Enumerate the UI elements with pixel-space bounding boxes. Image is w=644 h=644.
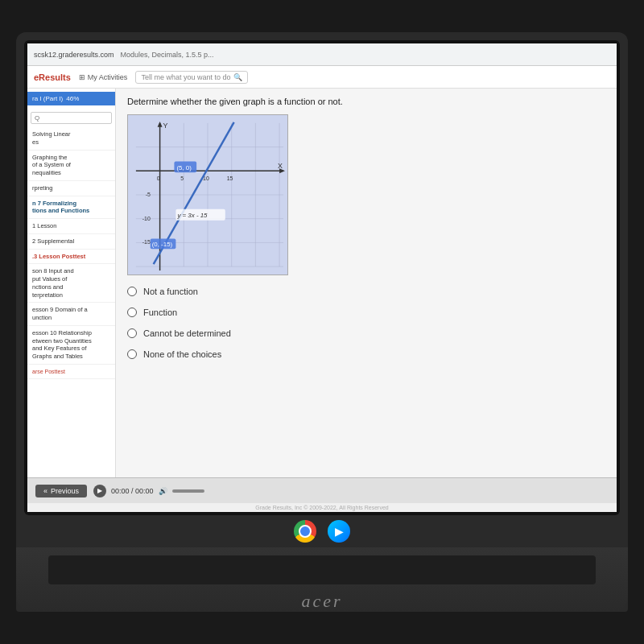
svg-text:0: 0 <box>157 175 160 181</box>
sidebar-item-9[interactable]: esson 10 Relationship etween two Quantit… <box>27 326 115 365</box>
svg-text:-15: -15 <box>142 239 151 245</box>
time-display: 00:00 / 00:00 <box>111 487 154 495</box>
copyright-bar: Grade Results, Inc © 2009-2022, All Righ… <box>27 503 617 512</box>
chrome-icon[interactable] <box>294 520 316 543</box>
sidebar-item-4[interactable]: 1 Lesson <box>27 219 115 234</box>
svg-text:(5, 0): (5, 0) <box>176 164 192 171</box>
svg-text:X: X <box>278 162 283 170</box>
screen: scsk12.graderesults.com Modules, Decimal… <box>27 43 617 512</box>
radio-a[interactable] <box>127 287 137 296</box>
browser-bar: scsk12.graderesults.com Modules, Decimal… <box>27 43 617 66</box>
sidebar: ra I (Part I) 46% Solving Linear es Grap… <box>27 89 116 477</box>
media-controls: ▶ 00:00 / 00:00 🔊 <box>93 485 204 497</box>
search-icon: 🔍 <box>233 73 242 81</box>
svg-text:15: 15 <box>227 175 233 181</box>
progress-label: ra I (Part I) <box>32 95 63 102</box>
choice-b[interactable]: Function <box>127 308 605 317</box>
svg-text:5: 5 <box>180 175 184 181</box>
choice-a[interactable]: Not a function <box>127 287 605 296</box>
radio-b[interactable] <box>127 308 137 317</box>
chevron-left-icon: « <box>43 487 47 495</box>
search-input[interactable] <box>31 112 112 124</box>
radio-c[interactable] <box>127 328 137 338</box>
graph-container: Y X 0 5 10 15 -5 -10 -15 <box>127 114 288 275</box>
sidebar-item-10[interactable]: arse Posttest <box>27 365 115 379</box>
keyboard <box>48 555 596 584</box>
question-title: Determine whether the given graph is a f… <box>127 97 605 106</box>
taskbar: ▶ <box>16 515 628 547</box>
svg-text:-5: -5 <box>146 192 151 197</box>
sidebar-item-0[interactable]: Solving Linear es <box>27 127 115 151</box>
svg-text:y = 3x - 15: y = 3x - 15 <box>176 212 208 219</box>
progress-value: 46% <box>66 95 79 102</box>
choice-a-label: Not a function <box>143 287 198 296</box>
sidebar-item-8[interactable]: esson 9 Domain of a unction <box>27 303 115 326</box>
sidebar-search[interactable] <box>27 105 115 127</box>
play-button[interactable]: ▶ <box>93 485 106 497</box>
svg-text:-10: -10 <box>142 216 151 221</box>
choice-d-label: None of the choices <box>143 349 221 359</box>
grid-icon: ⊞ <box>79 73 85 81</box>
bottom-bar: « Previous ▶ 00:00 / 00:00 🔊 <box>27 477 617 503</box>
tell-me-input[interactable]: Tell me what you want to do 🔍 <box>135 71 248 84</box>
sidebar-item-1[interactable]: Graphing the of a System of nequalities <box>27 151 115 181</box>
volume-bar[interactable] <box>172 489 204 493</box>
sidebar-item-2[interactable]: rpreting <box>27 181 115 196</box>
content-area: Determine whether the given graph is a f… <box>116 89 617 477</box>
choice-c-label: Cannot be determined <box>143 328 231 338</box>
browser-url: scsk12.graderesults.com <box>34 51 114 59</box>
screen-bezel: scsk12.graderesults.com Modules, Decimal… <box>24 40 620 515</box>
acer-logo: acer <box>301 591 342 612</box>
sidebar-item-6[interactable]: .3 Lesson Posttest <box>27 250 115 265</box>
play-store-icon[interactable]: ▶ <box>328 520 350 543</box>
sidebar-progress: ra I (Part I) 46% <box>27 92 115 105</box>
main-area: ra I (Part I) 46% Solving Linear es Grap… <box>27 89 617 477</box>
svg-text:(0, -15): (0, -15) <box>152 241 173 248</box>
radio-d[interactable] <box>127 349 137 359</box>
laptop-base: acer <box>16 547 628 612</box>
browser-tab: Modules, Decimals, 1.5.5 p... <box>121 51 214 59</box>
app-logo: eResults <box>34 72 71 82</box>
app-chrome: eResults ⊞ My Activities Tell me what yo… <box>27 66 617 89</box>
sidebar-item-5[interactable]: 2 Supplemental <box>27 234 115 250</box>
volume-icon: 🔊 <box>159 487 167 495</box>
sidebar-item-7[interactable]: son 8 Input and put Values of nctions an… <box>27 264 115 303</box>
answer-choices: Not a function Function Cannot be determ… <box>127 287 605 359</box>
choice-c[interactable]: Cannot be determined <box>127 328 605 338</box>
laptop-outer: scsk12.graderesults.com Modules, Decimal… <box>16 32 628 612</box>
graph-svg: Y X 0 5 10 15 -5 -10 -15 <box>128 115 287 275</box>
sidebar-item-3[interactable]: n 7 Formalizing tions and Functions <box>27 196 115 220</box>
choice-d[interactable]: None of the choices <box>127 349 605 359</box>
choice-b-label: Function <box>143 308 177 317</box>
my-activities-button[interactable]: ⊞ My Activities <box>79 73 128 81</box>
previous-button[interactable]: « Previous <box>35 485 87 497</box>
svg-text:Y: Y <box>163 122 168 130</box>
